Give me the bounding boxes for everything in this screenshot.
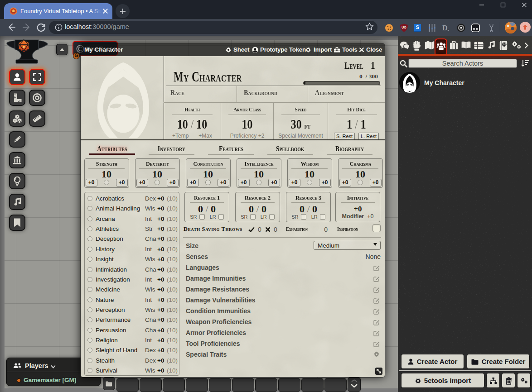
svg-text:D: D [442, 24, 448, 32]
svg-text:S: S [416, 24, 419, 30]
svg-text:UO: UO [401, 26, 406, 29]
